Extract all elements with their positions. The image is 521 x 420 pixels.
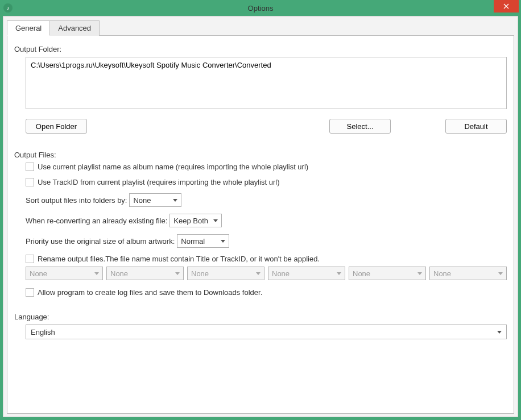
tab-general[interactable]: General — [7, 20, 50, 36]
label-use-trackid: Use TrackID from current playlist (requi… — [38, 178, 280, 186]
output-files-label: Output Files: — [14, 151, 507, 159]
chevron-down-icon — [256, 272, 260, 275]
app-icon: ♪ — [3, 3, 13, 13]
tab-advanced[interactable]: Advanced — [49, 20, 100, 36]
label-rename: Rename output files.The file name must c… — [38, 255, 320, 263]
row-use-trackid: Use TrackID from current playlist (requi… — [26, 178, 507, 186]
row-rename: Rename output files.The file name must c… — [26, 255, 507, 263]
dropdown-artwork-value: Normal — [181, 237, 205, 246]
dropdown-language[interactable]: English — [26, 325, 507, 339]
label-use-playlist-name: Use current playlist name as album name … — [38, 163, 308, 171]
row-artwork: Priority use the original size of album … — [26, 234, 507, 248]
row-reconvert: When re-converting an already existing f… — [26, 214, 507, 227]
dropdown-rename-2: None — [106, 267, 184, 280]
close-icon — [503, 3, 509, 9]
dropdown-language-value: English — [31, 328, 55, 336]
folder-buttons: Open Folder Select... Default — [26, 119, 507, 134]
dropdown-rename-6: None — [429, 267, 507, 280]
tabs: General Advanced — [7, 20, 518, 35]
chevron-down-icon — [173, 199, 177, 202]
chevron-down-icon — [337, 272, 341, 275]
dropdown-reconvert-value: Keep Both — [173, 217, 208, 225]
label-artwork: Priority use the original size of album … — [26, 237, 175, 246]
tab-content-general: Output Folder: Open Folder Select... Def… — [7, 35, 514, 414]
chevron-down-icon — [497, 331, 502, 334]
label-log: Allow program to create log files and sa… — [38, 288, 262, 297]
dropdown-rename-4: None — [268, 267, 345, 280]
select-button[interactable]: Select... — [329, 119, 391, 134]
default-button[interactable]: Default — [445, 119, 507, 134]
checkbox-rename[interactable] — [26, 255, 34, 263]
checkbox-use-playlist-name[interactable] — [26, 163, 34, 171]
chevron-down-icon — [175, 272, 180, 275]
label-sort-folders: Sort output files into folders by: — [26, 196, 127, 205]
chevron-down-icon — [213, 219, 218, 222]
dropdown-sort-value: None — [133, 196, 151, 205]
output-folder-path[interactable] — [26, 57, 507, 109]
row-log: Allow program to create log files and sa… — [26, 288, 507, 297]
chevron-down-icon — [94, 272, 99, 275]
open-folder-button[interactable]: Open Folder — [26, 119, 87, 134]
checkbox-use-trackid[interactable] — [26, 178, 34, 186]
row-use-playlist-name: Use current playlist name as album name … — [26, 163, 507, 171]
dropdown-rename-5: None — [349, 267, 426, 280]
dropdown-sort-folders[interactable]: None — [129, 193, 181, 207]
output-folder-label: Output Folder: — [14, 45, 507, 53]
chevron-down-icon — [221, 240, 225, 243]
label-reconvert: When re-converting an already existing f… — [26, 217, 167, 225]
window-body: General Advanced Output Folder: Open Fol… — [3, 16, 518, 417]
dropdown-reconvert[interactable]: Keep Both — [169, 214, 222, 227]
row-sort-folders: Sort output files into folders by: None — [26, 193, 507, 207]
titlebar: ♪ Options — [0, 0, 521, 16]
dropdown-rename-1: None — [26, 267, 103, 280]
dropdown-artwork[interactable]: Normal — [177, 234, 229, 248]
chevron-down-icon — [417, 272, 422, 275]
checkbox-log[interactable] — [26, 288, 34, 297]
chevron-down-icon — [498, 272, 503, 275]
window-title: Options — [0, 4, 521, 13]
dropdown-rename-3: None — [187, 267, 264, 280]
language-label: Language: — [14, 313, 507, 321]
rename-dropdowns: None None None None None None — [26, 267, 507, 280]
close-button[interactable] — [494, 0, 519, 13]
